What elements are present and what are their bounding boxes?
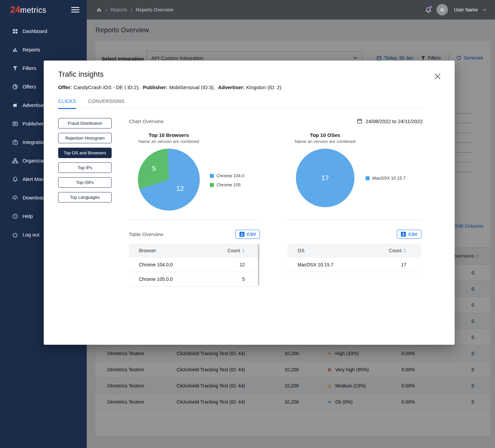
csv-export-button[interactable]: CSV: [397, 230, 421, 239]
sort-icon: [403, 249, 406, 253]
brand-accent: 24: [10, 5, 20, 15]
count-cell: 17: [401, 262, 406, 267]
table-row: Chrome 105.0.0 5: [129, 272, 260, 287]
breadcrumb-reports[interactable]: Reports: [111, 7, 127, 12]
rejection-histogram-button[interactable]: Rejection Histogram: [58, 133, 112, 143]
hamburger-menu-icon[interactable]: [71, 7, 79, 13]
calendar-icon: [357, 118, 363, 124]
breadcrumb-current: Reports Overview: [136, 7, 173, 12]
browsers-legend: Chrome 104.0 Chrome 105: [210, 173, 244, 191]
legend-label: MacOSX 10.15.7: [372, 176, 406, 181]
megaphone-icon: [12, 102, 18, 108]
fraud-distribution-button[interactable]: Fraud Distribution: [58, 118, 112, 128]
pie-slice-value: 12: [176, 185, 184, 192]
avatar-initial: R: [441, 7, 444, 13]
sidebar-item-label: Dashboard: [23, 28, 47, 34]
oses-table-section: CSV OS Count MacOSX 10.15.7: [288, 219, 421, 287]
browsers-table: Browser Count Chrome 104.0.0 12 Chrome 1…: [129, 244, 260, 287]
user-name[interactable]: User Name: [454, 7, 478, 12]
chart-overview-label: Chart Overview: [129, 118, 163, 124]
count-column-header[interactable]: Count: [228, 248, 245, 253]
offer-label: Offer:: [58, 84, 72, 90]
browsers-chart-title: Top 10 Browsers: [149, 132, 189, 138]
oses-chart-title: Top 10 OSes: [310, 132, 340, 138]
date-range-value: 24/08/2022 to 24/11/2022: [366, 118, 423, 124]
pie-slice-value: 17: [321, 174, 329, 182]
top-isps-button[interactable]: Top ISPs: [58, 177, 112, 188]
sitemap-icon: [12, 158, 18, 164]
bar-chart-icon: [12, 47, 18, 53]
sidebar-item-label: Reports: [23, 47, 40, 52]
sidebar-item-reports[interactable]: Reports: [0, 40, 87, 59]
breadcrumb: Reports Reports Overview: [96, 7, 173, 12]
insight-type-buttons: Fraud Distribution Rejection Histogram T…: [58, 118, 112, 287]
modal-tabs: CLICKS CONVERSIONS: [58, 99, 423, 109]
advertiser-value: Kingston (ID: 2): [246, 84, 281, 90]
modal-title: Trafic insights: [58, 70, 423, 79]
sidebar-item-label: Log out: [23, 232, 39, 237]
notification-dot: [430, 6, 432, 8]
browsers-chart-subtitle: Name an version are combined: [139, 139, 199, 144]
brand-name: metrics: [20, 6, 46, 15]
sidebar-item-label: Help: [23, 213, 33, 219]
notifications-bell-icon[interactable]: [425, 6, 432, 13]
top-ips-button[interactable]: Top IPs: [58, 162, 112, 173]
funnel-icon: [12, 65, 18, 71]
table-overview-label: Table Overview: [129, 231, 163, 237]
publisher-value: MobiSensiual (ID:3),: [169, 84, 215, 90]
topbar: Reports Reports Overview R User Name: [87, 0, 495, 20]
avatar[interactable]: R: [436, 4, 448, 15]
count-header-label: Count: [389, 248, 402, 253]
table-row: Chrome 104.0.0 12: [129, 258, 260, 272]
count-column-header[interactable]: Count: [389, 248, 406, 253]
sort-icon: [242, 249, 245, 253]
home-icon[interactable]: [96, 7, 102, 12]
pie-icon: [12, 84, 18, 90]
browser-cell: Chrome 104.0.0: [139, 262, 173, 267]
sidebar-item-label: Offers: [23, 84, 36, 89]
count-cell: 5: [242, 276, 245, 282]
tab-conversions[interactable]: CONVERSIONS: [88, 99, 124, 109]
topbar-right: R User Name: [425, 4, 486, 15]
browsers-chart: Top 10 Browsers Name an version are comb…: [138, 132, 244, 211]
bell-icon: [12, 176, 18, 182]
count-header-label: Count: [228, 248, 240, 253]
sidebar-item-dashboard[interactable]: Dashboard: [0, 22, 87, 40]
browser-column-header: Browser: [139, 248, 156, 253]
legend-swatch-blue: [366, 176, 370, 180]
offer-value: CandyCrash iOS - DE ( ID:2),: [74, 84, 140, 90]
count-cell: 12: [239, 262, 245, 267]
integration-icon: [12, 139, 18, 145]
csv-label: CSV: [408, 232, 417, 237]
oses-legend: MacOSX 10.15.7: [366, 176, 406, 185]
help-icon: ?: [12, 213, 18, 219]
chevron-down-icon[interactable]: [483, 9, 486, 11]
traffic-insights-modal: Trafic insights Offer:CandyCrash iOS - D…: [44, 61, 455, 345]
sidebar-item-label: Filters: [23, 65, 36, 71]
legend-label: Chrome 104.0: [217, 173, 244, 178]
tab-clicks[interactable]: CLICKS: [58, 99, 76, 109]
oses-pie-chart: 17: [296, 149, 354, 207]
browsers-table-section: Table Overview CSV Browser Count: [129, 219, 260, 287]
download-icon: [401, 232, 406, 237]
close-icon[interactable]: [434, 73, 441, 80]
top-languages-button[interactable]: Top Languages: [58, 192, 112, 202]
csv-export-button[interactable]: CSV: [235, 230, 260, 239]
dashboard-icon: [12, 28, 18, 34]
power-icon: [12, 232, 18, 238]
browser-cell: Chrome 105.0.0: [139, 276, 173, 282]
top-os-browsers-button[interactable]: Top OS and Browsers: [58, 148, 112, 158]
modal-date-range[interactable]: 24/08/2022 to 24/11/2022: [357, 118, 423, 124]
advertiser-label: Advertiser:: [218, 84, 244, 90]
os-cell: MacOSX 10.15.7: [298, 262, 334, 267]
logo-row: 24 metrics: [0, 0, 87, 20]
oses-chart-subtitle: Name an version are combined: [295, 139, 355, 144]
cloud-download-icon: [12, 195, 18, 201]
svg-text:?: ?: [14, 215, 16, 218]
chevron-right-icon: [105, 8, 108, 12]
pie-slice-value: 5: [152, 165, 156, 173]
os-column-header: OS: [298, 248, 304, 253]
brand-logo[interactable]: 24 metrics: [10, 5, 46, 15]
publisher-label: Publisher:: [143, 84, 167, 90]
modal-subtitle: Offer:CandyCrash iOS - DE ( ID:2), Publi…: [58, 84, 423, 90]
